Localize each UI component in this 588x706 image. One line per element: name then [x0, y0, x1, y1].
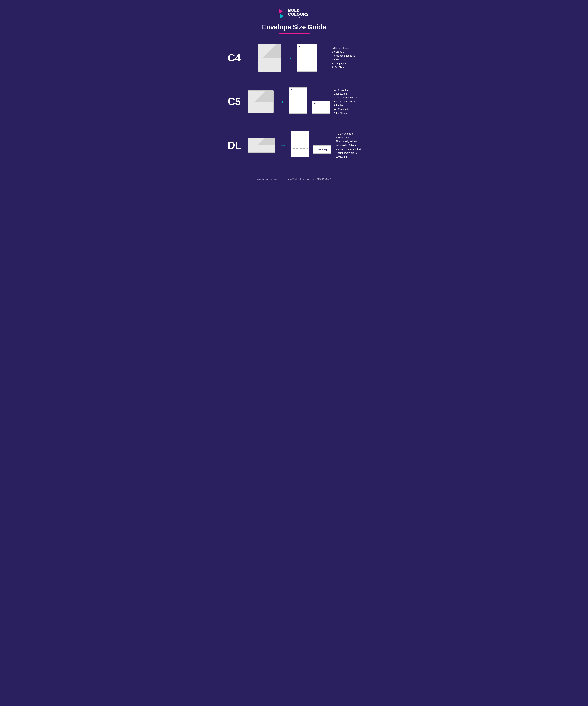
title-section: Envelope Size Guide [228, 23, 361, 34]
c4-label: C4 [228, 52, 248, 64]
page: BOLD COLOURS Stationery Specialists Enve… [223, 0, 365, 706]
c4-paper-label: A4 [299, 45, 301, 48]
dl-description: A DL envelope is 210x297mm This is desig… [336, 132, 364, 159]
c5-fold-line [290, 101, 306, 101]
c4-section: C4 → A4 A C4 envelope is 229x324mm This … [228, 41, 361, 75]
logo-icon [278, 9, 286, 18]
dl-envelope-shape [248, 138, 275, 153]
c5-arrow: → [278, 97, 285, 106]
logo-brand-bold: BOLD [288, 8, 310, 12]
title-underline [279, 33, 309, 34]
c5-envelope-shape [248, 90, 274, 113]
dl-label: DL [228, 140, 248, 151]
c5-papers: A4 A5 [289, 87, 330, 116]
logo-text: BOLD COLOURS Stationery Specialists [288, 8, 310, 19]
svg-marker-0 [279, 9, 283, 13]
c4-paper-a4: A4 [297, 44, 318, 72]
svg-marker-1 [280, 14, 284, 18]
c5-a4-label: A4 [291, 89, 293, 91]
c5-diagram: → A4 A5 [248, 87, 330, 116]
page-title: Envelope Size Guide [228, 23, 361, 31]
dl-arrow: → [279, 141, 286, 149]
footer-divider-1: / [282, 178, 282, 180]
c5-a5-label: A5 [313, 102, 316, 105]
dl-comp-slip-label: Comp. Slip [317, 148, 327, 151]
c4-arrow: → [286, 54, 293, 62]
c4-diagram: → A4 [248, 44, 328, 72]
footer-divider-2: / [313, 178, 314, 180]
dl-section: DL → A4 Comp. Slip [228, 128, 361, 162]
c5-description: A C5 envelope is 162x229mm This is desig… [334, 88, 363, 115]
dl-papers: A4 Comp. Slip [291, 131, 332, 159]
dl-diagram: → A4 Comp. Slip [248, 131, 332, 159]
logo-subtitle: Stationery Specialists [288, 17, 310, 19]
c5-a5-paper: A5 [312, 101, 330, 114]
c5-label: C5 [228, 96, 248, 107]
footer-phone: 0113 279 5812 [317, 178, 331, 180]
c4-description: A C4 envelope is 229x324mm This is desig… [332, 46, 361, 69]
dl-fold-line-2 [292, 148, 308, 149]
c5-a4-paper: A4 [289, 87, 307, 114]
footer-email: support@boldcolours.co.uk [285, 178, 310, 180]
footer: www.boldcolours.co.uk / support@boldcolo… [228, 172, 361, 180]
logo: BOLD COLOURS Stationery Specialists [278, 8, 310, 19]
footer-website: www.boldcolours.co.uk [257, 178, 279, 180]
dl-fold-line-1 [292, 140, 308, 140]
dl-a4-label: A4 [292, 132, 295, 135]
header: BOLD COLOURS Stationery Specialists [228, 6, 361, 19]
c4-envelope-shape [258, 44, 281, 72]
dl-a4-paper: A4 [291, 131, 309, 157]
logo-brand-colours: COLOURS [288, 12, 310, 16]
c5-section: C5 → A4 A5 A C5 envelope is 162 [228, 85, 361, 118]
dl-comp-slip: Comp. Slip [313, 145, 332, 154]
